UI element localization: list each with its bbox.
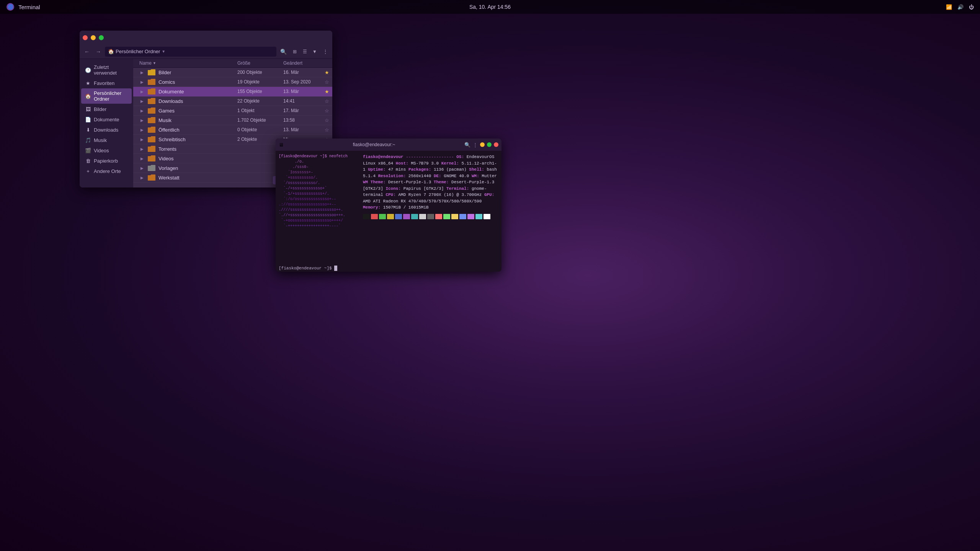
sidebar-icon-recent: 🕐	[85, 67, 91, 73]
sidebar-label-documents: Dokumente	[94, 117, 119, 122]
fm-view-dropdown-button[interactable]: ▼	[310, 47, 319, 56]
table-row[interactable]: ▶ Musik 1.702 Objekte 13:58 ☆	[133, 116, 332, 125]
file-star-icon[interactable]: ☆	[325, 127, 329, 133]
table-row[interactable]: ▶ Games 1 Objekt 17. Mär ☆	[133, 106, 332, 116]
svg-text:🌀: 🌀	[8, 4, 13, 10]
fm-back-button[interactable]: ←	[82, 47, 92, 57]
term-search-icon[interactable]: 🔍	[464, 142, 470, 148]
file-star-icon[interactable]: ★	[325, 89, 329, 95]
sidebar-icon-documents: 📄	[85, 116, 91, 122]
sidebar-item-home[interactable]: 🏠Persönlicher Ordner	[81, 88, 132, 104]
color-swatch	[395, 214, 402, 219]
file-name-text: Dokumente	[158, 89, 184, 95]
sidebar-label-recent: Zuletzt verwendet	[94, 64, 128, 76]
row-expand-icon[interactable]: ▶	[139, 89, 145, 94]
file-name-text: Games	[158, 108, 175, 114]
terminal-window: 🖥 fiasko@endeavour:~ 🔍 ⋮ [fiasko@endeavo…	[276, 139, 501, 272]
file-star-icon[interactable]: ☆	[325, 79, 329, 85]
fm-path-label: Persönlicher Ordner	[116, 49, 160, 54]
sidebar-icon-images: 🖼	[85, 106, 91, 112]
folder-icon	[148, 79, 155, 85]
sidebar-item-documents[interactable]: 📄Dokumente	[81, 114, 132, 124]
term-more-icon[interactable]: ⋮	[473, 142, 478, 148]
fm-path-dropdown-icon[interactable]: ▼	[162, 49, 165, 54]
table-row[interactable]: ▶ Dokumente 155 Objekte 13. Mär ★	[133, 87, 332, 96]
file-manager-titlebar	[80, 31, 332, 44]
sidebar-icon-videos: 🎬	[85, 147, 91, 153]
file-name-cell: ▶ Musik	[139, 117, 237, 123]
sidebar-item-favorites[interactable]: ★Favoriten	[81, 78, 132, 88]
sidebar-icon-home: 🏠	[85, 93, 91, 99]
color-swatch	[371, 214, 378, 219]
table-row[interactable]: ▶ Comics 19 Objekte 13. Sep 2020 ☆	[133, 77, 332, 87]
file-star-icon[interactable]: ☆	[325, 117, 329, 123]
fm-more-options-button[interactable]: ⋮	[321, 47, 330, 56]
row-expand-icon[interactable]: ▶	[139, 165, 145, 171]
fm-minimize-button[interactable]	[91, 35, 96, 40]
fm-maximize-button[interactable]	[99, 35, 104, 40]
terminal-icon: 🖥	[279, 142, 284, 148]
table-row[interactable]: ▶ Bilder 200 Objekte 16. Mär ★	[133, 68, 332, 77]
fm-col-name[interactable]: Name ▼	[139, 60, 237, 66]
fm-view-toggle: ⊞ ☰ ▼	[290, 47, 319, 56]
sidebar-item-videos[interactable]: 🎬Videos	[81, 145, 132, 155]
row-expand-icon[interactable]: ▶	[139, 127, 145, 132]
fm-path-bar[interactable]: 🏠 Persönlicher Ordner ▼	[105, 47, 276, 57]
row-expand-icon[interactable]: ▶	[139, 175, 145, 180]
fm-search-button[interactable]: 🔍	[278, 46, 289, 57]
sidebar-item-recent[interactable]: 🕐Zuletzt verwendet	[81, 62, 132, 78]
folder-icon	[148, 88, 155, 95]
file-star-icon[interactable]: ☆	[325, 98, 329, 104]
sidebar-item-music[interactable]: 🎵Musik	[81, 135, 132, 145]
folder-icon	[148, 155, 155, 161]
sidebar-icon-favorites: ★	[85, 80, 91, 86]
fm-close-button[interactable]	[83, 35, 88, 40]
file-name-cell: ▶ Games	[139, 108, 237, 114]
fm-forward-button[interactable]: →	[93, 47, 103, 57]
row-expand-icon[interactable]: ▶	[139, 108, 145, 113]
sidebar-item-downloads[interactable]: ⬇Downloads	[81, 125, 132, 135]
row-expand-icon[interactable]: ▶	[139, 98, 145, 104]
file-name-text: Bilder	[158, 70, 171, 75]
color-swatch	[459, 214, 466, 219]
terminal-title: fiasko@endeavour:~	[284, 142, 464, 147]
fm-table-header: Name ▼ Größe Geändert	[133, 59, 332, 68]
sidebar-label-other: Andere Orte	[94, 168, 121, 174]
terminal-body[interactable]: [fiasko@endeavour ~]$ neofetch ./o. ./ss…	[276, 151, 501, 265]
file-name-cell: ▶ Vorlagen	[139, 165, 237, 171]
color-swatch	[443, 214, 450, 219]
file-name-cell: ▶ Dokumente	[139, 88, 237, 95]
fm-grid-view-button[interactable]: ⊞	[290, 47, 299, 56]
row-expand-icon[interactable]: ▶	[139, 79, 145, 85]
file-size-cell: 1.702 Objekte	[237, 117, 283, 123]
sidebar-item-images[interactable]: 🖼Bilder	[81, 104, 132, 114]
row-expand-icon[interactable]: ▶	[139, 146, 145, 152]
fm-col-size[interactable]: Größe	[237, 60, 283, 66]
file-star-icon[interactable]: ★	[325, 70, 329, 75]
fm-col-modified[interactable]: Geändert	[283, 60, 329, 66]
taskbar: 🌀 Terminal Sa, 10. Apr 14:56 📶 🔊 ⏻	[0, 0, 980, 14]
fm-list-view-button[interactable]: ☰	[300, 47, 309, 56]
color-swatch	[379, 214, 386, 219]
terminal-prompt-text: [fiasko@endeavour ~]$	[279, 266, 332, 271]
terminal-color-palette	[363, 214, 498, 219]
file-name-text: Comics	[158, 79, 175, 85]
folder-icon	[148, 136, 155, 142]
sidebar-item-trash[interactable]: 🗑Papierkorb	[81, 156, 132, 166]
sort-icon: ▼	[153, 61, 156, 65]
row-expand-icon[interactable]: ▶	[139, 156, 145, 161]
terminal-minimize-button[interactable]	[480, 142, 485, 147]
row-expand-icon[interactable]: ▶	[139, 117, 145, 123]
terminal-maximize-button[interactable]	[487, 142, 492, 147]
row-expand-icon[interactable]: ▶	[139, 70, 145, 75]
row-expand-icon[interactable]: ▶	[139, 137, 145, 142]
table-row[interactable]: ▶ Downloads 22 Objekte 14:41 ☆	[133, 96, 332, 106]
file-name-cell: ▶ Comics	[139, 79, 237, 85]
folder-icon	[148, 98, 155, 104]
sidebar-icon-downloads: ⬇	[85, 127, 91, 133]
taskbar-app-title: Terminal	[18, 4, 40, 10]
sidebar-item-other[interactable]: +Andere Orte	[81, 166, 132, 176]
terminal-close-button[interactable]	[494, 142, 498, 147]
table-row[interactable]: ▶ Öffentlich 0 Objekte 13. Mär ☆	[133, 125, 332, 135]
file-star-icon[interactable]: ☆	[325, 108, 329, 114]
